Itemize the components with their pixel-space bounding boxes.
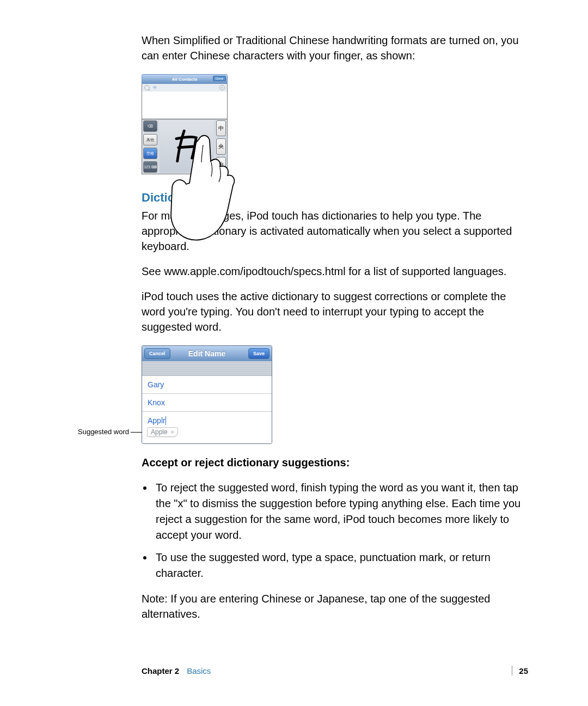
save-button[interactable]: Save	[248, 348, 270, 359]
bullet-list: To reject the suggested word, finish typ…	[154, 480, 528, 581]
editname-screenshot: Cancel Edit Name Save Gary Knox Applr Ap…	[142, 345, 272, 444]
editname-figure: Suggested word Cancel Edit Name Save Gar…	[142, 345, 528, 444]
url-text: www.apple.com/ipodtouch/specs.html	[164, 265, 346, 277]
suggestion-word: Apple	[151, 428, 168, 436]
nav-title: Edit Name	[188, 349, 225, 358]
handwriting-figure: All Contacts Done 中 × ⌫ 其他 空格 123 ⌨	[142, 74, 528, 174]
clear-icon[interactable]: ×	[219, 85, 225, 90]
search-bar[interactable]: 中 ×	[142, 84, 228, 92]
text-cursor	[166, 416, 166, 425]
document-page: When Simplified or Traditional Chinese h…	[0, 0, 588, 706]
subheading: Accept or reject dictionary suggestions:	[142, 455, 528, 470]
suggestion-bubble[interactable]: Apple ×	[147, 427, 178, 437]
finger-illustration	[163, 123, 250, 243]
footer-separator	[512, 666, 512, 675]
handwriting-screenshot: All Contacts Done 中 × ⌫ 其他 空格 123 ⌨	[142, 74, 228, 174]
text-field[interactable]: Gary	[142, 376, 272, 394]
callout-label: Suggested word	[78, 428, 129, 436]
dismiss-x-icon[interactable]: ×	[171, 429, 174, 435]
left-keys: ⌫ 其他 空格 123 ⌨	[142, 119, 158, 174]
nav-title: All Contacts	[172, 77, 198, 82]
other-key[interactable]: 其他	[143, 134, 157, 145]
nav-bar: Cancel Edit Name Save	[142, 346, 272, 361]
body-text: iPod touch uses the active dictionary to…	[142, 289, 528, 334]
body-text: See www.apple.com/ipodtouch/specs.html f…	[142, 264, 528, 279]
page-footer: Chapter 2 Basics 25	[142, 666, 528, 675]
chapter-label: Chapter 2	[142, 666, 179, 675]
search-text: 中	[153, 85, 157, 90]
space-key[interactable]: 空格	[143, 148, 157, 159]
text-field[interactable]: Knox	[142, 394, 272, 412]
contact-list-area	[142, 92, 228, 119]
section-label: Basics	[187, 666, 211, 675]
page-number: 25	[519, 666, 528, 675]
cancel-button[interactable]: Cancel	[144, 348, 170, 359]
done-button[interactable]: Done	[213, 76, 226, 81]
list-item: To reject the suggested word, finish typ…	[154, 480, 528, 543]
backspace-key[interactable]: ⌫	[143, 120, 157, 132]
body-text: When Simplified or Traditional Chinese h…	[142, 33, 528, 63]
pinstripe-area	[142, 361, 272, 376]
text-field[interactable]: Applr Apple ×	[142, 412, 272, 443]
nav-bar: All Contacts Done	[142, 74, 228, 84]
list-item: To use the suggested word, type a space,…	[154, 550, 528, 581]
num-key[interactable]: 123 ⌨	[143, 161, 157, 173]
note-text: Note: If you are entering Chinese or Jap…	[142, 591, 528, 622]
search-icon	[144, 85, 150, 90]
